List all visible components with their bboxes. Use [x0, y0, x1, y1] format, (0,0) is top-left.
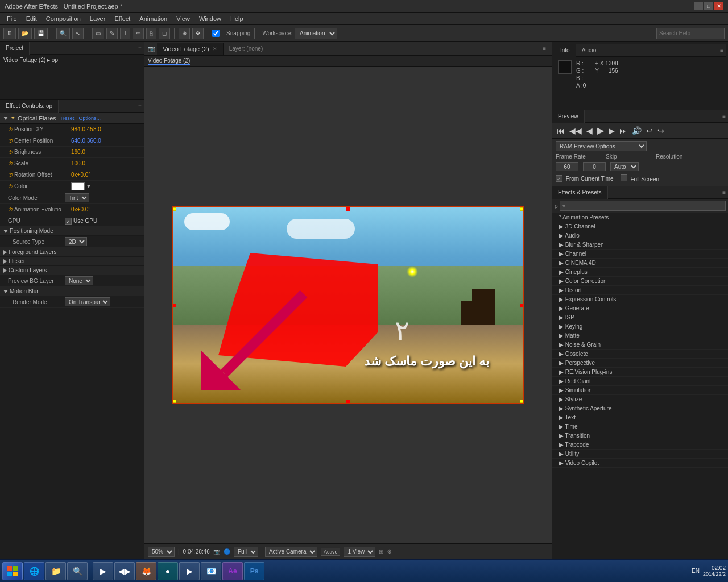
handle-tm[interactable]: [346, 207, 350, 211]
render-mode-select[interactable]: On Transpare: [65, 297, 110, 306]
menu-window[interactable]: Window: [195, 14, 226, 23]
skip-input[interactable]: [583, 162, 606, 171]
color-swatch[interactable]: [71, 182, 85, 190]
search-btn[interactable]: 🔍: [67, 562, 88, 580]
view-count-dropdown[interactable]: 1 View: [344, 547, 375, 557]
mediaplayer-btn[interactable]: ▶: [93, 562, 113, 580]
handle-br[interactable]: [520, 400, 523, 403]
scale-value[interactable]: 100.0: [71, 160, 85, 167]
select-btn[interactable]: ↖: [72, 28, 84, 39]
ae-btn[interactable]: Ae: [222, 562, 243, 580]
firefox-btn[interactable]: 🦊: [136, 562, 156, 580]
effects-item-transition[interactable]: ▶ Transition: [552, 431, 728, 440]
stopwatch-center-icon[interactable]: ⏱: [8, 138, 13, 144]
effects-item-time[interactable]: ▶ Time: [552, 422, 728, 431]
effects-tab[interactable]: Effects & Presets: [552, 186, 608, 199]
effects-item-red-giant[interactable]: ▶ Red Giant: [552, 377, 728, 386]
zoom-dropdown[interactable]: 50%: [148, 547, 175, 557]
footer-settings-icon[interactable]: ⚙: [387, 548, 392, 555]
effects-item-isp[interactable]: ▶ ISP: [552, 313, 728, 322]
foreground-layers-toggle[interactable]: Foreground Layers: [0, 248, 144, 257]
magnify-btn[interactable]: 🔍: [56, 28, 70, 39]
handle-bm[interactable]: [346, 400, 350, 403]
preview-panel-menu[interactable]: ≡: [722, 113, 726, 119]
effects-item-animation-presets[interactable]: * Animation Presets: [552, 213, 728, 222]
ram-preview-dropdown[interactable]: RAM Preview Options: [556, 141, 647, 151]
effects-item-keying[interactable]: ▶ Keying: [552, 322, 728, 331]
open-btn[interactable]: 📂: [18, 28, 32, 39]
effects-item-simulation[interactable]: ▶ Simulation: [552, 386, 728, 395]
preview-loop-btn[interactable]: ↩: [645, 126, 654, 135]
menu-view[interactable]: View: [172, 14, 195, 23]
text-btn[interactable]: T: [120, 28, 130, 39]
explorer-btn[interactable]: 📁: [46, 562, 66, 580]
motion-blur-toggle[interactable]: Motion Blur: [0, 287, 144, 296]
custom-layers-toggle[interactable]: Custom Layers: [0, 266, 144, 275]
pen-btn[interactable]: ✎: [106, 28, 118, 39]
preview-prev-btn[interactable]: ◀◀: [568, 126, 583, 135]
preview-loop2-btn[interactable]: ↪: [656, 126, 665, 135]
effects-item-channel[interactable]: ▶ Channel: [552, 250, 728, 259]
handle-bl[interactable]: [173, 400, 176, 403]
comp-viewport[interactable]: به این صورت ماسک شد ۲: [144, 67, 552, 543]
effects-item-revision[interactable]: ▶ RE:Vision Plug-ins: [552, 368, 728, 377]
handle-ml[interactable]: [173, 304, 176, 307]
stopwatch-bright-icon[interactable]: ⏱: [8, 149, 13, 155]
handle-mr[interactable]: [520, 304, 523, 307]
options-btn[interactable]: Options...: [78, 115, 101, 121]
resolution-select[interactable]: Auto: [610, 162, 639, 171]
app-btn-1[interactable]: ▶: [179, 562, 200, 580]
effect-panel-menu[interactable]: ≡: [138, 103, 142, 109]
effects-item-matte[interactable]: ▶ Matte: [552, 331, 728, 340]
brightness-value[interactable]: 160.0: [71, 149, 85, 155]
gpu-checkbox[interactable]: [65, 218, 72, 225]
preview-tab[interactable]: Preview: [552, 110, 585, 123]
effects-item-generate[interactable]: ▶ Generate: [552, 304, 728, 313]
search-help-input[interactable]: [656, 28, 725, 39]
effects-search-input[interactable]: [560, 201, 726, 211]
handle-tl[interactable]: [173, 207, 176, 211]
info-panel-menu[interactable]: ≡: [720, 47, 723, 53]
frame-rate-input[interactable]: [556, 162, 578, 171]
minimize-btn[interactable]: _: [694, 2, 703, 10]
color-options-icon[interactable]: ▼: [86, 183, 92, 189]
effects-panel-menu[interactable]: ≡: [722, 189, 726, 196]
workspace-dropdown[interactable]: Animation: [295, 28, 337, 39]
ie-btn[interactable]: 🌐: [24, 562, 44, 580]
effects-item-expression[interactable]: ▶ Expression Controls: [552, 295, 728, 304]
effect-controls-tab[interactable]: Effect Controls: op: [0, 100, 59, 113]
effects-item-3d-channel[interactable]: ▶ 3D Channel: [552, 222, 728, 231]
info-tab[interactable]: Info: [555, 44, 576, 57]
color-mode-select[interactable]: Tint: [65, 193, 89, 202]
menu-file[interactable]: File: [2, 14, 22, 23]
save-btn[interactable]: 💾: [34, 28, 48, 39]
effects-item-color-correction[interactable]: ▶ Color Correction: [552, 277, 728, 286]
rect-btn[interactable]: ▭: [92, 28, 104, 39]
preview-play-btn[interactable]: ▶: [596, 125, 605, 136]
quality-dropdown[interactable]: Full: [234, 547, 258, 557]
move-btn[interactable]: ✥: [192, 28, 204, 39]
positioning-mode-toggle[interactable]: Positioning Mode: [0, 227, 144, 236]
start-btn[interactable]: [2, 562, 23, 580]
preview-audio-btn[interactable]: 🔊: [631, 126, 643, 135]
outlook-btn[interactable]: 📧: [201, 562, 221, 580]
effects-item-perspective[interactable]: ▶ Perspective: [552, 359, 728, 368]
ps-btn[interactable]: Ps: [244, 562, 264, 580]
brush-btn[interactable]: ✏: [133, 28, 144, 39]
stopwatch-anim-icon[interactable]: ⏱: [8, 207, 13, 213]
comp-tab-close[interactable]: ✕: [213, 46, 217, 52]
view-dropdown[interactable]: Active Camera: [265, 547, 317, 557]
preview-bg-select[interactable]: None: [65, 276, 93, 285]
stopwatch-rot-icon[interactable]: ⏱: [8, 172, 13, 178]
stopwatch-icon[interactable]: ⏱: [8, 127, 13, 132]
stamp-btn[interactable]: ⎘: [146, 28, 156, 39]
stopwatch-scale-icon[interactable]: ⏱: [8, 161, 13, 167]
menu-edit[interactable]: Edit: [22, 14, 42, 23]
audio-tab[interactable]: Audio: [576, 44, 603, 57]
stopwatch-color-icon[interactable]: ⏱: [8, 184, 13, 189]
wmp-btn[interactable]: ◀▶: [114, 562, 135, 580]
effects-item-stylize[interactable]: ▶ Stylize: [552, 395, 728, 404]
preview-nextframe-btn[interactable]: ▶: [607, 126, 616, 135]
full-screen-checkbox[interactable]: [621, 174, 627, 181]
effects-item-audio[interactable]: ▶ Audio: [552, 231, 728, 240]
